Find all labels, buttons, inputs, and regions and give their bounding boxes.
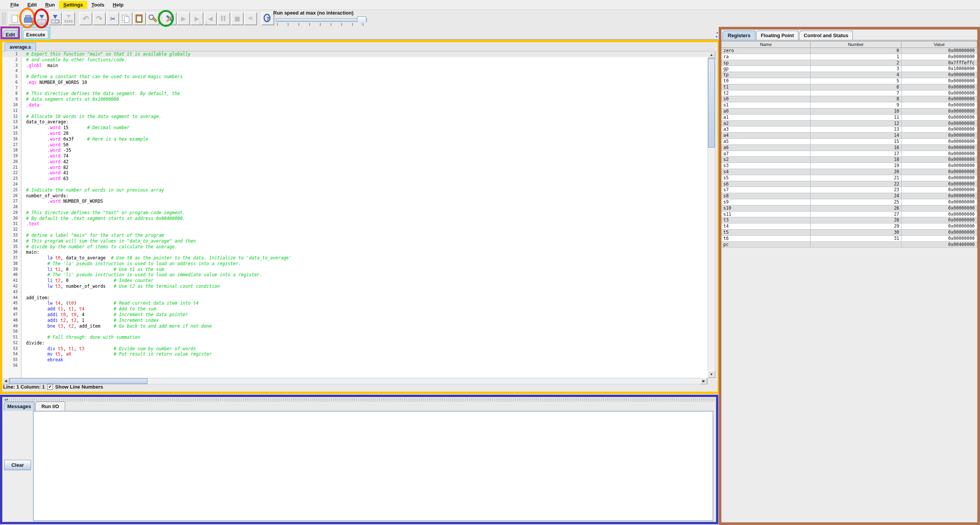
code-line[interactable]: .word 41 [26,170,291,176]
paste-button[interactable] [133,12,146,25]
show-line-numbers-checkbox[interactable]: ✔ [47,384,53,390]
pause-button[interactable] [217,12,230,25]
register-row-t5[interactable]: t5300x00000000 [721,230,977,236]
register-row-t0[interactable]: t050x00000000 [721,78,977,84]
code-line[interactable]: lw t4, (t0) # Read current data item int… [26,300,291,306]
register-row-pc[interactable]: pc0x00400000 [721,242,977,248]
menu-help[interactable]: Help [108,1,128,9]
dump-memory-button[interactable]: 0101 [62,12,75,25]
menu-file[interactable]: File [6,1,23,9]
register-row-t6[interactable]: t6310x00000000 [721,236,977,242]
register-row-s8[interactable]: s8240x00000000 [721,193,977,199]
find-replace-button[interactable] [146,12,159,25]
code-line[interactable]: .word NUMBER_OF_WORDS [26,199,291,204]
register-row-t1[interactable]: t160x00000000 [721,84,977,90]
register-row-t3[interactable]: t3280x00000000 [721,217,977,223]
code-line[interactable] [26,204,291,210]
tab-edit[interactable]: Edit [3,30,18,39]
code-line[interactable]: ebreak [26,357,291,363]
register-row-a6[interactable]: a6160x00000000 [721,145,977,151]
code-line[interactable]: # divide by the number of items to calcu… [26,244,291,250]
code-line[interactable]: bne t3, t2, add_item # Go back to and ad… [26,323,291,329]
tab-control-and-status[interactable]: Control and Status [799,31,853,40]
code-line[interactable]: # data segment starts at 0x10000000 [26,97,291,102]
code-line[interactable]: .word 15 # Decimal number [26,125,291,131]
tab-registers[interactable]: Registers [723,31,755,40]
register-row-a5[interactable]: a5150x00000000 [721,139,977,145]
register-row-zero[interactable]: zero00x00000000 [721,48,977,54]
editor-vscrollbar-thumb[interactable] [708,59,715,148]
code-line[interactable]: # The 'li' pseudo instruction is used to… [26,272,291,278]
register-row-a7[interactable]: a7170x00000000 [721,151,977,157]
register-row-s9[interactable]: s9250x00000000 [721,199,977,205]
register-row-s2[interactable]: s2180x00000000 [721,157,977,163]
tab-messages[interactable]: Messages [4,402,34,411]
code-line[interactable]: divide: [26,340,291,346]
split-divider[interactable] [3,398,715,401]
register-row-sp[interactable]: sp20x7fffeffc [721,60,977,66]
step-button[interactable]: ▶ [190,12,203,25]
register-row-s3[interactable]: s3190x00000000 [721,163,977,169]
reset-button[interactable]: « [244,12,257,25]
register-row-s1[interactable]: s190x00000000 [721,102,977,108]
undo-button[interactable]: ↶ [79,12,92,25]
code-line[interactable]: # This program will sum the values in "d… [26,238,291,244]
messages-output-area[interactable] [33,411,713,521]
register-row-a0[interactable]: a0100x00000000 [721,108,977,115]
register-row-a1[interactable]: a1110x00000000 [721,115,977,121]
code-line[interactable]: .word 63 [26,176,291,182]
registers-table[interactable]: NameNumberValuezero00x00000000ra10x00000… [721,41,977,248]
register-row-s4[interactable]: s4200x00000000 [721,169,977,175]
open-button[interactable] [22,12,35,25]
code-line[interactable]: # Define a constant that can be used to … [26,74,291,80]
register-row-t4[interactable]: t4290x00000000 [721,223,977,230]
code-line[interactable]: # This directive defines the data segmen… [26,91,291,97]
tab-execute[interactable]: Execute [23,30,48,39]
code-line[interactable]: addi t2, t2, 1 # Increment index [26,318,291,323]
code-line[interactable]: number_of_words: [26,193,291,199]
help-button[interactable]: ? [261,12,274,25]
register-row-s0[interactable]: s080x00000000 [721,96,977,102]
code-line[interactable]: .word 0x3f # Here is a hex example [26,136,291,142]
menu-run[interactable]: Run [41,1,59,9]
register-row-tp[interactable]: tp40x00000000 [721,72,977,78]
register-row-gp[interactable]: gp30x10008000 [721,66,977,72]
code-line[interactable]: li t1, 0 # Use t1 as the sum [26,267,291,272]
code-line[interactable] [26,108,291,114]
code-line[interactable]: .word 50 [26,142,291,148]
code-line[interactable]: .word 20 [26,131,291,136]
code-line[interactable]: add_item: [26,295,291,301]
tab-run-io[interactable]: Run I/O [35,402,65,411]
register-row-ra[interactable]: ra10x00000000 [721,54,977,60]
backstep-button[interactable]: ◀ [204,12,217,25]
register-row-a3[interactable]: a3130x00000000 [721,126,977,133]
file-tab-average.s[interactable]: average.s [5,43,36,51]
assemble-button[interactable] [164,12,177,25]
code-line[interactable]: data_to_average: [26,119,291,125]
code-line[interactable]: # and useable by other functions/code. [26,57,291,63]
code-line[interactable] [26,329,291,335]
register-row-s7[interactable]: s7230x00000000 [721,187,977,193]
code-line[interactable]: # define a label "main" for the start of… [26,233,291,238]
save-as-button[interactable] [49,12,62,25]
register-row-a4[interactable]: a4140x00000000 [721,133,977,139]
code-line[interactable]: lw t3, number_of_words # Use t2 as the t… [26,284,291,289]
cut-button[interactable]: ✂ [106,12,119,25]
scroll-up-icon[interactable]: ▲ [708,51,715,58]
code-line[interactable] [26,68,291,74]
register-row-s11[interactable]: s11270x00000000 [721,212,977,218]
tab-floating-point[interactable]: Floating Point [756,31,798,40]
stop-button[interactable]: ■ [231,12,244,25]
code-line[interactable]: .word 82 [26,165,291,171]
code-line[interactable]: div t5, t1, t3 # Divide sum by number of… [26,346,291,352]
copy-button[interactable] [120,12,133,25]
code-line[interactable] [26,289,291,295]
code-line[interactable]: # By default the .text segment starts at… [26,216,291,221]
code-line[interactable] [26,85,291,91]
code-line[interactable]: main: [26,249,291,255]
menu-edit[interactable]: Edit [23,1,41,9]
code-line[interactable]: # This directive defines the "text" or p… [26,210,291,216]
scroll-left-icon[interactable]: ◀ [2,378,9,384]
code-line[interactable]: .word -35 [26,148,291,153]
run-speed-slider[interactable] [276,18,367,22]
